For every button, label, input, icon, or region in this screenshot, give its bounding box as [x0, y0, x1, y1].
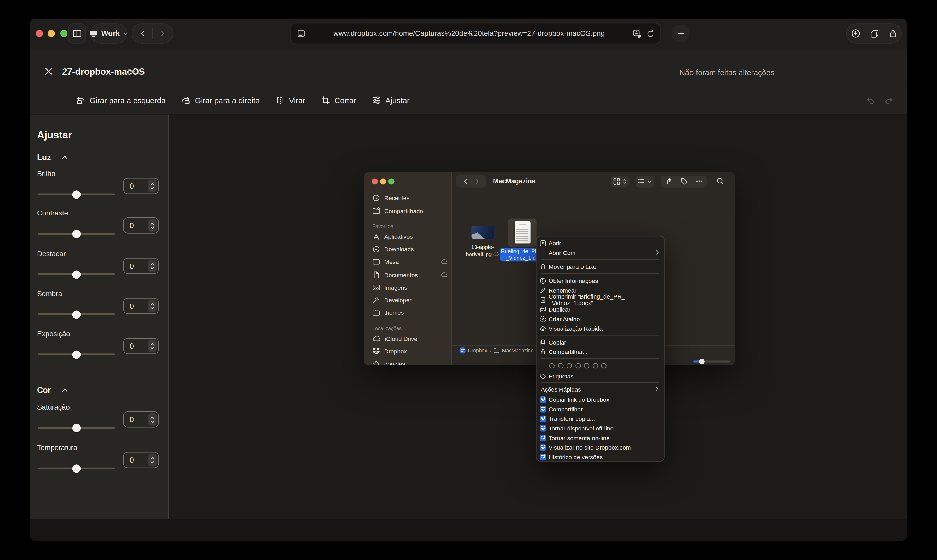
section-luz-title: Luz [37, 153, 51, 162]
translate-icon[interactable] [633, 29, 642, 38]
tag-color-circle[interactable] [558, 363, 563, 368]
updown-chevron-icon [622, 178, 627, 184]
stepper-icon[interactable] [148, 300, 157, 312]
saturacao-slider[interactable] [38, 420, 115, 435]
redo-icon[interactable] [884, 95, 894, 106]
rotate-right-button[interactable]: Girar para a direita [181, 95, 259, 105]
ellipsis-icon [695, 177, 703, 185]
destacar-input[interactable]: 0 [123, 258, 159, 274]
panel-scrollbar[interactable] [168, 115, 169, 541]
menu-item-criar-atalho[interactable]: Criar Atalho [537, 314, 664, 324]
contraste-input[interactable]: 0 [123, 217, 159, 234]
exposicao-slider[interactable] [38, 346, 115, 362]
minimize-window-button[interactable] [48, 30, 55, 37]
tab-overview-icon[interactable] [870, 29, 879, 38]
menu-item-etiquetas[interactable]: Etiquetas... [537, 371, 664, 381]
menu-item-compartilhar-dropbox[interactable]: Compartilhar... [537, 404, 664, 414]
menu-item-tornar-disponivel-offline[interactable]: Tornar disponível off-line [537, 423, 664, 433]
finder-close-button [372, 178, 378, 185]
rotate-left-button[interactable]: Girar para a esquerda [76, 95, 165, 105]
tag-icon [680, 178, 687, 185]
zoom-window-button[interactable] [60, 30, 68, 37]
menu-item-transferir-copia[interactable]: Transferir cópia... [537, 414, 664, 423]
stepper-icon[interactable] [148, 219, 157, 232]
finder-sidebar: Recentes Compartilhado Favoritos Aplicat… [364, 172, 452, 365]
forward-button[interactable] [159, 30, 166, 37]
tag-color-circle[interactable] [593, 363, 598, 368]
finder-view-grid-button [611, 175, 629, 187]
section-cor-collapse[interactable] [62, 387, 68, 393]
image-icon [372, 283, 380, 291]
stepper-icon[interactable] [148, 413, 157, 426]
menu-item-copiar-link-dropbox[interactable]: Copiar link do Dropbox [537, 395, 664, 404]
menu-item-compartilhar[interactable]: Compartilhar... [537, 347, 664, 357]
menu-item-copiar[interactable]: Copiar [537, 337, 664, 347]
menu-item-visualizar-site-dropbox[interactable]: Visualizar no site Dropbox.com [537, 443, 664, 452]
adjust-button[interactable]: Ajustar [372, 95, 410, 105]
section-luz-collapse[interactable] [62, 154, 68, 161]
menu-item-duplicar[interactable]: Duplicar [537, 305, 664, 314]
stepper-icon[interactable] [148, 454, 157, 466]
temperatura-slider[interactable] [38, 460, 115, 475]
tag-color-circle[interactable] [575, 363, 580, 368]
menu-item-visualizacao-rapida[interactable]: Visualização Rápida [537, 324, 664, 333]
new-tab-button[interactable] [671, 25, 690, 43]
home-icon [372, 360, 380, 365]
sidebar-toggle-button[interactable] [68, 23, 86, 44]
breadcrumb-dropbox[interactable]: Dropbox [468, 348, 487, 353]
menu-item-abrir-com[interactable]: Abrir Com [537, 248, 664, 257]
finder-sidebar-item-dropbox: Dropbox [372, 346, 448, 356]
tag-color-circle[interactable] [584, 363, 589, 368]
temperatura-input[interactable]: 0 [123, 452, 159, 468]
cloud-icon [440, 271, 448, 278]
control-exposicao: Exposição 0 [30, 330, 168, 367]
url-text: www.dropbox.com/home/Capturas%20de%20tel… [306, 29, 633, 38]
flip-button[interactable]: Virar [275, 95, 306, 105]
menu-item-obter-informacoes[interactable]: Obter Informações [537, 276, 664, 286]
control-contraste: Contraste 0 [30, 209, 168, 246]
stepper-icon[interactable] [148, 340, 157, 352]
sombra-input[interactable]: 0 [123, 298, 159, 314]
reload-icon[interactable] [647, 29, 655, 37]
finder-back-button [462, 178, 468, 184]
brilho-input[interactable]: 0 [123, 178, 159, 194]
back-button[interactable] [139, 30, 146, 37]
menu-item-mover-lixo[interactable]: Mover para o Lixo [537, 262, 664, 271]
reader-icon[interactable] [297, 29, 306, 38]
tag-color-circle[interactable] [567, 363, 572, 368]
doc-selection-tile [508, 218, 537, 246]
image-thumbnail [471, 226, 494, 239]
finder-sidebar-item-imagens: Imagens [372, 282, 448, 292]
share-icon[interactable] [888, 29, 897, 38]
close-editor-button[interactable] [44, 67, 53, 76]
finder-sidebar-item-documentos: Documentos [372, 269, 448, 280]
document-icon [372, 271, 380, 279]
tag-color-circle[interactable] [549, 363, 555, 368]
close-window-button[interactable] [36, 30, 43, 37]
editor-body: Ajustar Luz Brilho 0 Contraste 0 Destaca… [30, 115, 907, 541]
sombra-slider[interactable] [38, 306, 115, 322]
menu-item-tornar-somente-online[interactable]: Tornar somente on-line [537, 433, 664, 443]
tab-group-dropdown[interactable]: Work [90, 23, 127, 44]
menu-item-comprimir[interactable]: Comprimir “Briefing_de_PR_-_Vidnoz_1.doc… [537, 295, 664, 305]
crop-button[interactable]: Cortar [321, 95, 356, 105]
stepper-icon[interactable] [148, 180, 157, 192]
menu-item-abrir[interactable]: Abrir [537, 238, 664, 248]
exposicao-input[interactable]: 0 [123, 338, 159, 354]
breadcrumb-macmagazine[interactable]: MacMagazine [502, 348, 534, 353]
downloads-icon[interactable] [851, 29, 860, 38]
tag-color-circle[interactable] [601, 363, 607, 368]
share-icon [665, 178, 672, 185]
destacar-slider[interactable] [38, 266, 115, 282]
duplicate-icon [540, 306, 546, 312]
shared-folder-icon [372, 207, 380, 215]
address-bar[interactable]: www.dropbox.com/home/Capturas%20de%20tel… [290, 23, 661, 44]
contraste-slider[interactable] [38, 226, 115, 241]
menu-item-acoes-rapidas[interactable]: Ações Rápidas [537, 385, 664, 394]
icloud-icon [372, 334, 381, 343]
menu-item-historico-versoes[interactable]: Histórico de versões [537, 452, 664, 462]
stepper-icon[interactable] [148, 260, 157, 272]
undo-icon[interactable] [865, 95, 875, 106]
saturacao-input[interactable]: 0 [123, 411, 159, 428]
brilho-slider[interactable] [38, 186, 115, 202]
